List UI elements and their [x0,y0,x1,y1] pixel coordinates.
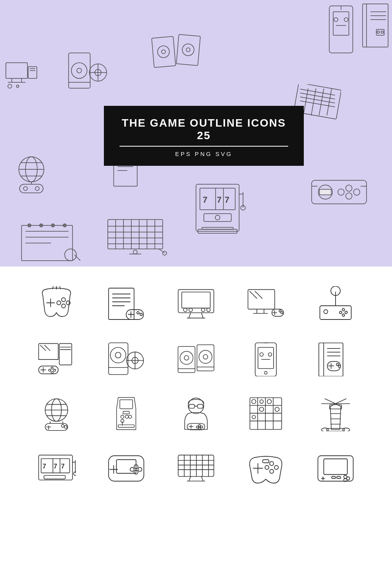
svg-point-164 [54,369,56,371]
svg-point-10 [71,63,87,78]
svg-point-176 [180,351,193,364]
svg-rect-244 [330,405,342,409]
svg-point-52 [24,187,27,191]
svg-point-181 [203,355,208,359]
svg-point-229 [198,427,200,429]
svg-rect-292 [263,460,269,463]
svg-point-185 [260,353,263,356]
icon-cell-slot-machine-row: 7 7 7 [24,447,89,490]
svg-rect-23 [329,6,353,53]
svg-rect-126 [182,292,211,308]
icon-cell-arcade-monitor [163,282,229,325]
svg-rect-252 [327,428,345,431]
icon-cell-game-gear-2 [303,447,368,490]
svg-point-290 [270,470,274,474]
svg-point-165 [51,371,53,373]
svg-rect-93 [108,220,163,249]
svg-point-68 [215,215,220,220]
svg-point-148 [324,310,328,314]
svg-line-245 [325,399,336,404]
svg-rect-134 [248,290,275,309]
icon-grid-section: 7 7 7 [0,267,392,506]
svg-point-214 [121,415,124,418]
svg-rect-300 [332,477,336,479]
svg-text:7: 7 [54,463,57,470]
svg-point-130 [207,308,210,312]
svg-point-188 [264,371,267,374]
svg-point-91 [51,224,54,227]
svg-point-170 [115,352,121,358]
svg-point-215 [125,415,129,418]
svg-text:7: 7 [43,463,46,470]
svg-point-124 [140,313,142,316]
svg-rect-184 [258,347,274,368]
svg-point-21 [182,44,194,56]
svg-rect-51 [20,184,43,193]
svg-point-163 [51,367,53,369]
svg-point-22 [186,48,190,52]
svg-point-127 [183,308,187,312]
svg-point-151 [342,314,345,316]
svg-point-107 [163,251,167,255]
svg-rect-0 [6,63,27,78]
svg-point-230 [196,426,198,428]
svg-point-7 [8,84,12,88]
svg-rect-145 [320,306,351,319]
svg-point-77 [346,185,352,191]
icon-cell-chess-board [233,392,299,435]
icon-cell-handheld-gamepad [93,447,159,490]
icon-cell-game-script [93,282,159,325]
svg-point-228 [201,426,203,428]
svg-line-284 [201,476,203,481]
svg-point-80 [338,189,344,195]
svg-point-18 [158,46,169,58]
svg-point-271 [138,468,142,472]
icon-cell-book-controller [303,337,368,380]
svg-point-239 [260,407,264,412]
svg-point-273 [130,468,134,472]
svg-point-8 [16,85,19,87]
svg-point-78 [354,189,360,195]
svg-line-43 [311,89,316,116]
svg-point-143 [279,310,281,312]
svg-point-92 [63,224,66,227]
icon-cell-lighthouse [303,392,368,435]
svg-rect-190 [319,343,343,376]
svg-rect-60 [196,184,239,231]
svg-point-104 [133,250,137,254]
svg-point-243 [252,416,256,419]
svg-rect-115 [109,288,134,319]
svg-text:7: 7 [225,195,229,205]
svg-line-155 [45,345,50,351]
icon-cell-mobile-game [233,337,299,380]
svg-rect-76 [319,189,331,195]
svg-point-254 [343,428,350,431]
svg-point-90 [40,224,43,227]
svg-line-283 [189,476,191,481]
svg-line-131 [189,313,191,318]
svg-point-238 [252,399,256,404]
svg-point-216 [129,415,132,418]
svg-point-79 [346,193,352,199]
svg-point-169 [111,347,126,363]
svg-point-241 [275,407,279,412]
svg-line-154 [40,345,46,351]
svg-rect-294 [324,459,347,475]
svg-point-291 [265,466,269,470]
hero-section: 7 7 7 [0,0,392,267]
svg-point-149 [342,309,345,311]
svg-point-19 [162,50,165,54]
svg-point-89 [28,224,31,227]
hero-title: THE GAME OUTLINE ICONS 25 [120,117,288,147]
icon-cell-pc-desktop [24,337,89,380]
svg-point-180 [199,350,212,363]
icon-cell-arcade-cabinet [93,392,159,435]
svg-point-129 [201,308,205,312]
svg-line-106 [159,249,165,253]
svg-point-113 [57,301,61,305]
svg-point-242 [260,400,263,403]
svg-rect-222 [198,405,203,408]
svg-point-166 [49,369,51,371]
svg-point-144 [281,312,283,314]
svg-rect-67 [204,214,231,221]
